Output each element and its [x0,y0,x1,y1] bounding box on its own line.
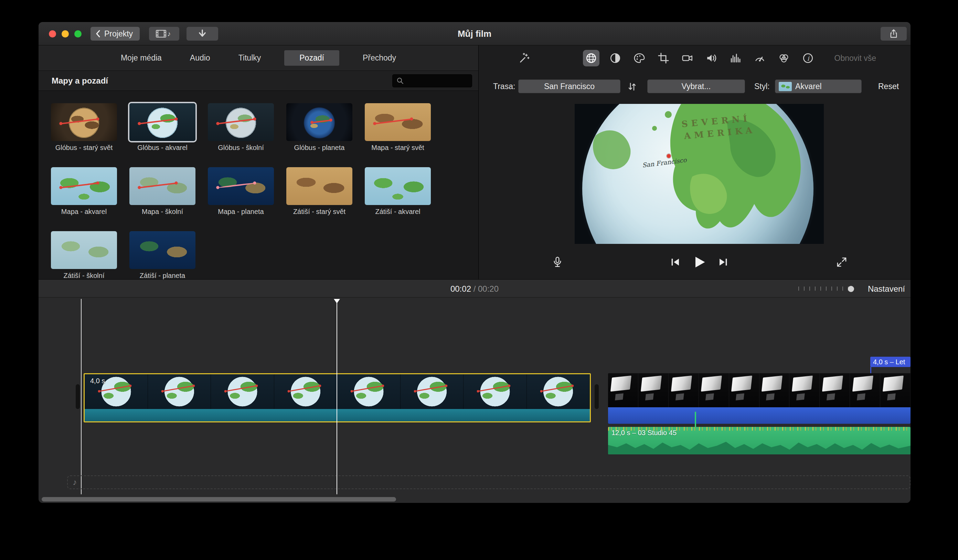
route-end-button[interactable]: Vybrat... [647,79,745,93]
thumbnail-label: Glóbus - planeta [286,144,352,152]
media-browser-button[interactable]: ♪ [149,27,179,41]
tab-moje-media[interactable]: Moje média [116,50,167,66]
timeline-clip-audio[interactable]: 12,0 s – 03 Studio 45 [608,427,910,454]
enhance-wand-button[interactable] [516,50,533,66]
horizontal-scrollbar[interactable] [42,497,396,501]
filters-button[interactable] [776,50,792,66]
download-arrow-icon [198,29,207,38]
video-clip-bar [608,407,910,424]
import-button[interactable] [187,27,218,41]
speedometer-icon [754,52,766,64]
transport-controls [479,250,910,275]
swap-route-button[interactable] [624,80,641,93]
share-icon [889,29,898,38]
audio-waveform [608,438,910,454]
voiceover-record-button[interactable] [549,254,566,271]
skip-back-icon [669,256,681,268]
playhead[interactable] [336,299,337,494]
timeline-zoom-slider[interactable] [798,286,855,292]
info-icon: i [802,52,814,64]
timecode-display: 00:02 / 00:20 [38,280,910,298]
media-thumbnail-mapa-akvarel[interactable] [51,167,117,205]
timeline-settings-button[interactable]: Nastavení [868,280,905,298]
fullscreen-button[interactable] [833,254,850,271]
tab-titulky[interactable]: Titulky [234,50,266,66]
filmstrip-frame [463,374,527,409]
zoom-button[interactable] [75,30,82,38]
media-thumbnail-globus-stary-svet[interactable] [51,103,117,141]
speed-button[interactable] [752,50,768,66]
tab-prechody[interactable]: Přechody [358,50,401,66]
info-button[interactable]: i [800,50,816,66]
title-clip-chip[interactable]: 4,0 s – Let [870,357,910,367]
equalizer-bars-icon [730,52,742,64]
city-marker-dot [667,154,671,158]
route-line [139,118,177,125]
media-thumbnail-zatisi-planeta[interactable] [129,231,195,269]
map-settings-button[interactable] [583,50,600,66]
magic-wand-icon [519,52,530,64]
speaker-icon [706,52,717,64]
map-clip-bar [85,409,590,421]
timeline-clip-map[interactable]: 4,0 s [84,373,591,422]
media-thumbnail-mapa-skolni[interactable] [129,167,195,205]
color-correction-button[interactable] [631,50,648,66]
play-button[interactable] [692,255,707,270]
route-start-button[interactable]: San Francisco [518,79,620,93]
share-button[interactable] [880,27,907,41]
media-thumbnail-globus-skolni[interactable] [208,103,274,141]
restore-all-button[interactable]: Obnovit vše [834,46,876,71]
crop-button[interactable] [655,50,672,66]
thumbnail-label: Mapa - planeta [208,208,274,216]
filmstrip-frame [729,373,760,407]
filmstrip-frame [699,373,729,407]
thumbnail-label: Glóbus - akvarel [129,144,195,152]
skip-forward-icon [717,256,729,268]
skip-forward-button[interactable] [717,256,729,268]
color-balance-button[interactable] [607,50,623,66]
media-thumbnail-globus-akvarel[interactable] [129,103,195,141]
traffic-lights [49,30,82,38]
background-music-well[interactable]: ♪ [67,475,910,489]
volume-button[interactable] [703,50,720,66]
stabilization-button[interactable] [679,50,696,66]
title-chip-label: 4,0 s – Let [873,358,905,365]
clip-trim-handle-left[interactable] [76,384,80,409]
thumbnail-label: Zátiší - akvarel [365,208,431,216]
media-thumbnail-mapa-planeta[interactable] [208,167,274,205]
minimize-button[interactable] [62,30,69,38]
search-input[interactable] [407,77,468,85]
clip-trim-handle-right[interactable] [595,384,599,409]
filmstrip-frame [850,373,880,407]
timeline-clip-video[interactable] [608,373,910,424]
filmstrip-frame [527,374,590,409]
library-header: Mapy a pozadí [38,71,478,91]
tab-pozadi[interactable]: Pozadí [284,50,339,66]
media-thumbnail-mapa-stary-svet[interactable] [365,103,431,141]
zoom-knob[interactable] [848,286,854,292]
play-icon [692,255,707,270]
playhead-handle[interactable] [334,299,340,304]
filmstrip-frame [274,374,338,409]
close-button[interactable] [49,30,56,38]
timeline-header: 00:02 / 00:20 Nastavení [38,279,910,297]
playback-controls [669,252,729,272]
media-thumbnail-zatisi-akvarel[interactable] [365,167,431,205]
filmstrip-frame [608,373,638,407]
media-thumbnail-zatisi-skolni[interactable] [51,231,117,269]
reset-button[interactable]: Reset [878,79,899,94]
tab-audio[interactable]: Audio [185,50,215,66]
map-style-button[interactable]: Akvarel [775,79,862,93]
search-field[interactable] [392,74,472,87]
filmstrip-frame [211,374,274,409]
skip-back-button[interactable] [669,256,681,268]
zoom-ticks [798,286,850,291]
media-thumbnail-zatisi-stary-svet[interactable] [286,167,352,205]
media-thumbnail-globus-planeta[interactable] [286,103,352,141]
noise-equalizer-button[interactable] [728,50,744,66]
map-style-value: Akvarel [795,82,822,91]
projects-back-button[interactable]: Projekty [90,27,140,41]
timeline[interactable]: 4,0 s 4,0 s – Let [38,297,910,503]
video-preview[interactable]: SEVERNÍ AMERIKA San Francisco [575,104,824,244]
svg-text:i: i [807,55,810,62]
